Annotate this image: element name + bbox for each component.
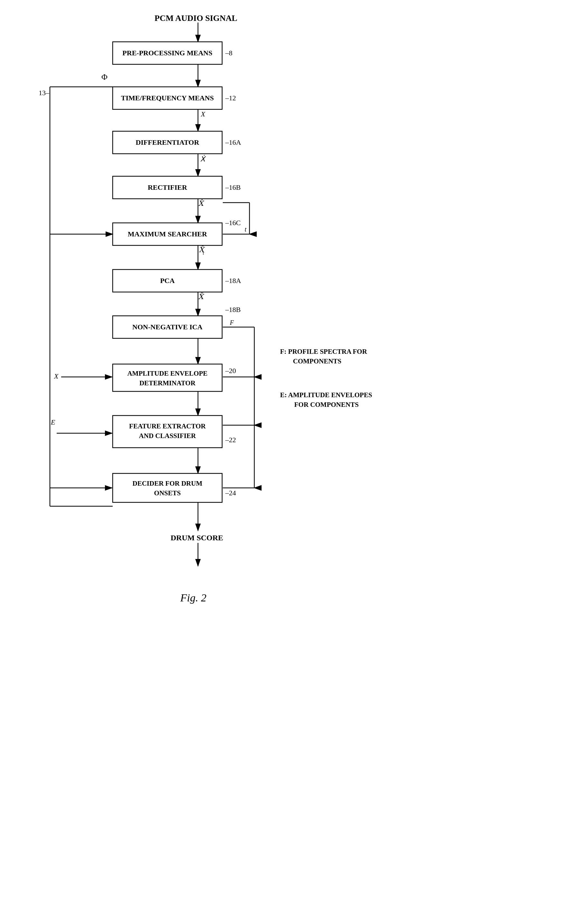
ref13-text: 13– bbox=[39, 89, 50, 97]
ref20-text: –20 bbox=[225, 367, 236, 375]
ref16c-label: –16C bbox=[225, 219, 241, 227]
drum-score-svg: DRUM SCORE bbox=[171, 534, 223, 542]
preproc-text: PRE-PROCESSING MEANS bbox=[122, 49, 212, 57]
phi-text: Φ bbox=[101, 72, 108, 82]
nnIca-text: NON-NEGATIVE ICA bbox=[132, 323, 203, 331]
e-legend-2: FOR COMPONENTS bbox=[294, 401, 359, 408]
ref16a-text: –16A bbox=[225, 138, 241, 146]
feat-text1: FEATURE EXTRACTOR bbox=[129, 422, 206, 430]
ref22-text: –22 bbox=[225, 436, 236, 444]
dec-text1: DECIDER FOR DRUM bbox=[132, 480, 203, 487]
amp-text2: DETERMINATOR bbox=[139, 379, 196, 387]
f-label-near: F bbox=[230, 319, 234, 326]
xhatt-label: X̂ bbox=[199, 245, 205, 254]
diagram-svg: PCM AUDIO SIGNAL PRE-PROCESSING MEANS –8… bbox=[0, 0, 564, 924]
diff-text: DIFFERENTIATOR bbox=[135, 138, 199, 146]
amp-text1: AMPLITUDE ENVELOPE bbox=[127, 369, 207, 377]
maxs-text: MAXIMUM SEARCHER bbox=[128, 230, 207, 238]
ref18b-svg: –18B bbox=[225, 306, 241, 314]
dec-text2: ONSETS bbox=[154, 489, 181, 497]
dec-rect bbox=[113, 473, 222, 502]
ref12-text: –12 bbox=[225, 94, 236, 102]
x-label: X bbox=[200, 110, 206, 118]
xhatt-sub: t bbox=[203, 251, 205, 256]
feat-text2: AND CLASSIFIER bbox=[139, 432, 196, 440]
pca-text: PCA bbox=[160, 277, 174, 285]
pcm-label: PCM AUDIO SIGNAL bbox=[155, 14, 237, 23]
fig-caption-svg: Fig. 2 bbox=[180, 592, 206, 604]
f-legend-1: F: PROFILE SPECTRA FOR bbox=[280, 348, 367, 356]
xtilde-label: X̃ bbox=[198, 292, 205, 301]
e-label-svg: E bbox=[51, 418, 56, 426]
rect-text: RECTIFIER bbox=[148, 183, 187, 191]
x-amp-label: X bbox=[54, 372, 59, 380]
tf-text: TIME/FREQUENCY MEANS bbox=[121, 94, 214, 102]
e-legend-1: E: AMPLITUDE ENVELOPES bbox=[280, 391, 372, 399]
ref24-text: –24 bbox=[225, 489, 236, 497]
xhat-label: X̂ bbox=[198, 199, 205, 207]
ref8-text: –8 bbox=[225, 49, 232, 57]
f-legend-2: COMPONENTS bbox=[293, 357, 341, 365]
ref18a-text: –18A bbox=[225, 277, 241, 285]
xdot-label: Ẋ bbox=[200, 155, 206, 163]
feat-rect bbox=[113, 416, 222, 448]
ref16b-text: –16B bbox=[225, 183, 241, 191]
t-label-svg: t bbox=[245, 226, 247, 233]
amp-rect bbox=[113, 364, 222, 392]
